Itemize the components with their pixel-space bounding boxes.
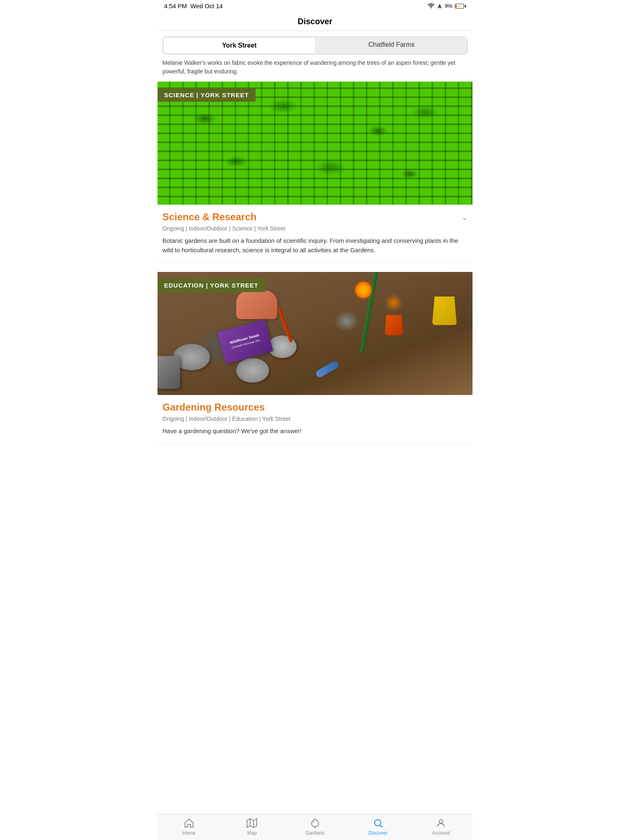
trowel <box>315 360 340 379</box>
watering-can <box>158 356 180 389</box>
status-bar: 4:54 PM Wed Oct 14 9% ⚡ <box>158 0 472 12</box>
orange-pot <box>385 315 403 336</box>
intro-description: Melanie Walker's works on fabric evoke t… <box>158 55 472 82</box>
yellow-bucket <box>432 297 457 325</box>
science-description: Botanic gardens are built on a foundatio… <box>162 236 468 255</box>
tab-york-street[interactable]: York Street <box>164 38 315 53</box>
science-meta: Ongoing | Indoor/Outdoor | Science | Yor… <box>162 225 468 232</box>
page-title: Discover <box>298 17 333 26</box>
location-icon <box>437 3 442 9</box>
wifi-icon <box>427 3 435 9</box>
status-time: 4:54 PM Wed Oct 14 <box>164 2 223 9</box>
education-card: Wildflower SeedsColorado Mountain Mix ED… <box>158 272 472 444</box>
seed-packet: Wildflower SeedsColorado Mountain Mix <box>217 319 273 363</box>
battery-icon: ⚡ <box>455 4 466 9</box>
expand-icon[interactable]: ⌄ <box>461 213 468 222</box>
garden-gloves <box>236 290 277 319</box>
education-content: Gardening Resources Ongoing | Indoor/Out… <box>158 395 472 444</box>
app-header: Discover <box>158 12 472 31</box>
science-image: SCIENCE | YORK STREET <box>158 82 472 205</box>
science-content: ⌄ Science & Research Ongoing | Indoor/Ou… <box>158 205 472 264</box>
education-image: Wildflower SeedsColorado Mountain Mix ED… <box>158 272 472 395</box>
rock-3 <box>236 358 269 383</box>
education-meta: Ongoing | Indoor/Outdoor | Education | Y… <box>162 415 468 422</box>
science-card: SCIENCE | YORK STREET ⌄ Science & Resear… <box>158 82 472 264</box>
orange-flower <box>355 282 372 298</box>
location-tab-switcher[interactable]: York Street Chatfield Farms <box>162 37 468 55</box>
battery-percent: 9% <box>445 3 452 9</box>
education-badge: EDUCATION | YORK STREET <box>158 278 265 292</box>
science-badge: SCIENCE | YORK STREET <box>158 88 256 102</box>
status-icons: 9% ⚡ <box>427 3 466 9</box>
tab-chatfield-farms[interactable]: Chatfield Farms <box>316 37 467 54</box>
science-title: Science & Research <box>162 211 468 223</box>
education-title: Gardening Resources <box>162 402 468 413</box>
education-description: Have a gardening question? We've got the… <box>162 426 468 436</box>
